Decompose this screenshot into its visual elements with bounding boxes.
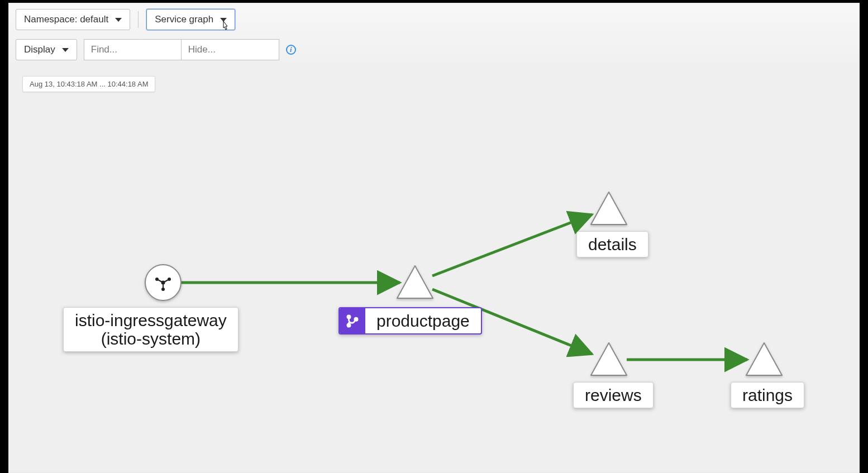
info-icon[interactable]: i: [286, 45, 296, 55]
node-reviews[interactable]: [591, 343, 627, 375]
node-label-reviews[interactable]: reviews: [573, 382, 654, 408]
app-frame: Namespace: default Service graph Display…: [8, 3, 860, 473]
node-label-reviews-text: reviews: [585, 386, 642, 404]
node-label-productpage-text: productpage: [365, 308, 481, 333]
display-dropdown[interactable]: Display: [16, 39, 77, 60]
display-dropdown-label: Display: [24, 44, 55, 55]
node-label-ratings-text: ratings: [742, 386, 793, 404]
hide-input[interactable]: [182, 39, 279, 60]
graph-canvas[interactable]: Aug 13, 10:43:18 AM ... 10:44:18 AM: [16, 70, 859, 472]
node-label-details-text: details: [588, 235, 637, 254]
namespace-dropdown[interactable]: Namespace: default: [16, 9, 130, 30]
node-ingress[interactable]: [145, 265, 181, 300]
node-label-ratings[interactable]: ratings: [731, 382, 804, 408]
toolbar-divider: [138, 11, 139, 28]
toolbar-row-2: Display i: [9, 30, 859, 66]
graph-type-dropdown[interactable]: Service graph: [146, 9, 235, 30]
node-label-details[interactable]: details: [576, 231, 648, 257]
find-input[interactable]: [84, 39, 182, 60]
chevron-down-icon: [220, 18, 227, 22]
node-details[interactable]: [591, 192, 627, 224]
namespace-dropdown-label: Namespace: default: [24, 14, 108, 25]
node-ratings[interactable]: [746, 343, 782, 375]
node-label-ingress-line1: istio-ingressgateway: [75, 311, 227, 329]
toolbar-row-1: Namespace: default Service graph: [9, 3, 859, 30]
virtualservice-icon: [340, 308, 365, 333]
node-productpage[interactable]: [397, 266, 433, 298]
chevron-down-icon: [62, 48, 69, 52]
edge-productpage-details[interactable]: [432, 214, 592, 276]
graph-type-dropdown-label: Service graph: [155, 14, 213, 25]
chevron-down-icon: [115, 18, 122, 22]
node-label-ingress[interactable]: istio-ingressgateway (istio-system): [63, 307, 239, 352]
node-label-ingress-line2: (istio-system): [75, 329, 227, 348]
node-label-productpage[interactable]: productpage: [338, 307, 482, 335]
graph-edges: [182, 214, 747, 360]
graph-svg: [16, 70, 853, 472]
